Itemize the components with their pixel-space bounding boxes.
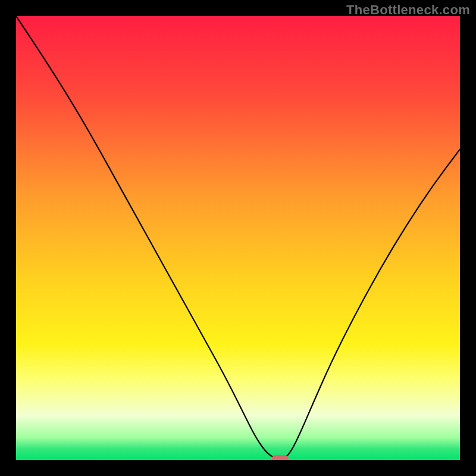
chart-svg bbox=[16, 16, 460, 460]
watermark-label: TheBottleneck.com bbox=[346, 2, 470, 18]
optimal-marker bbox=[272, 455, 289, 460]
chart-frame: TheBottleneck.com bbox=[0, 0, 476, 476]
gradient-background bbox=[16, 16, 460, 460]
plot-area bbox=[16, 16, 460, 460]
